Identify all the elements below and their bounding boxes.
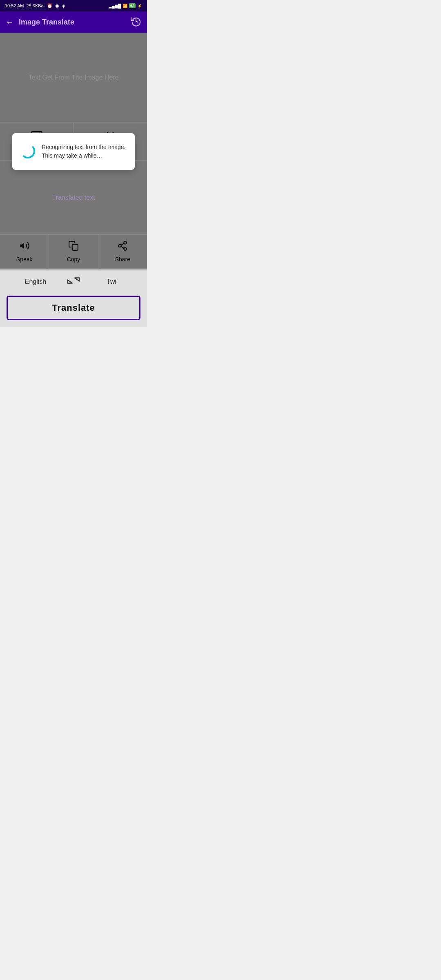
back-button[interactable]: ← <box>6 18 14 27</box>
status-bar: 10:52 AM 25.3KB/s ⏰ ◉ ◈ ▂▄▆█ 📶 62 ⚡ <box>0 0 147 11</box>
dialog-overlay: Recognizing text from the Image. This ma… <box>0 33 147 270</box>
app-title: Image Translate <box>19 18 131 27</box>
translate-button-wrap: Translate <box>0 292 147 327</box>
dialog-line1: Recognizing text from the Image. <box>42 144 125 150</box>
language-row: English Twi <box>0 270 147 292</box>
signal-icon: ▂▄▆█ <box>109 4 121 8</box>
dialog-box: Recognizing text from the Image. This ma… <box>12 133 135 170</box>
svg-line-14 <box>68 280 72 283</box>
loading-spinner <box>20 144 35 158</box>
notification-icon2: ◈ <box>62 3 65 9</box>
dialog-line2: This may take a while… <box>42 152 102 159</box>
status-right: ▂▄▆█ 📶 62 ⚡ <box>109 3 142 8</box>
battery-indicator: 62 <box>129 3 136 8</box>
status-left: 10:52 AM 25.3KB/s ⏰ ◉ ◈ <box>5 3 65 9</box>
target-language[interactable]: Twi <box>84 278 139 285</box>
translate-button[interactable]: Translate <box>7 296 140 320</box>
alarm-icon: ⏰ <box>47 3 53 9</box>
wifi-icon: 📶 <box>122 4 127 8</box>
notification-icon1: ◉ <box>55 3 59 9</box>
history-button[interactable] <box>131 16 141 29</box>
content-area: Text Get From The Image Here Select Imag… <box>0 33 147 270</box>
svg-line-13 <box>75 278 79 281</box>
speed: 25.3KB/s <box>26 3 45 8</box>
time: 10:52 AM <box>5 3 24 8</box>
charging-icon: ⚡ <box>137 4 142 8</box>
source-language[interactable]: English <box>8 278 63 285</box>
app-bar: ← Image Translate <box>0 11 147 33</box>
dialog-message: Recognizing text from the Image. This ma… <box>42 143 125 160</box>
screen: 10:52 AM 25.3KB/s ⏰ ◉ ◈ ▂▄▆█ 📶 62 ⚡ ← Im… <box>0 0 147 327</box>
language-swap-button[interactable] <box>67 276 80 287</box>
